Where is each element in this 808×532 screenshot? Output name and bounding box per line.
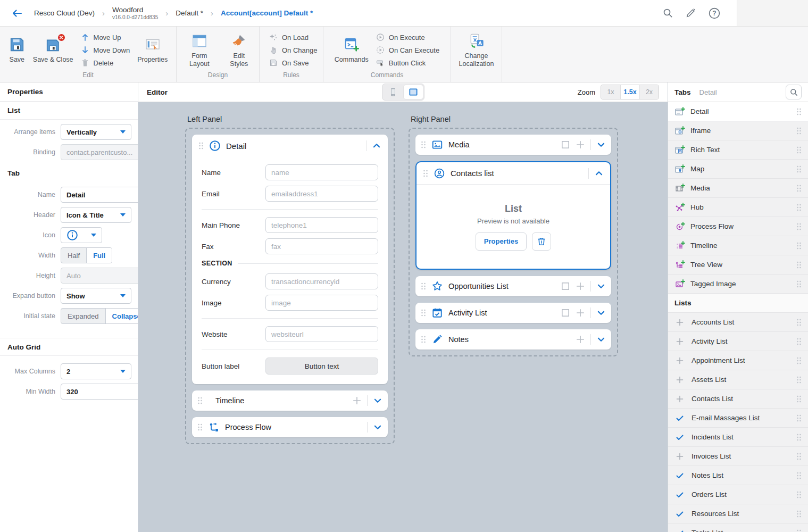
on-save-button[interactable]: On Save bbox=[269, 59, 318, 67]
commands-button[interactable]: Commands bbox=[335, 36, 369, 64]
tab-item-tagged-image[interactable]: Tagged Image bbox=[668, 275, 808, 294]
field-input[interactable] bbox=[265, 217, 378, 233]
drag-handle-icon[interactable] bbox=[796, 471, 802, 480]
plus-icon[interactable] bbox=[576, 140, 585, 149]
width-half-option[interactable]: Half bbox=[61, 248, 86, 263]
on-load-button[interactable]: On Load bbox=[269, 33, 318, 41]
zoom-1-5x-button[interactable]: 1.5x bbox=[620, 85, 639, 99]
on-change-button[interactable]: On Change bbox=[269, 46, 318, 54]
drag-handle-icon[interactable] bbox=[796, 242, 802, 250]
list-item-assets-list[interactable]: Assets List bbox=[668, 370, 808, 389]
drag-handle-icon[interactable] bbox=[796, 280, 802, 288]
detail-card-header[interactable]: Detail bbox=[192, 135, 388, 157]
tab-item-iframe[interactable]: Iframe bbox=[668, 121, 808, 140]
name-field[interactable] bbox=[61, 187, 138, 203]
drag-handle-icon[interactable] bbox=[796, 337, 802, 346]
chevron-down-icon[interactable] bbox=[596, 335, 606, 344]
list-item-tasks-list[interactable]: Tasks List bbox=[668, 523, 808, 532]
process-flow-bar[interactable]: Process Flow bbox=[192, 417, 388, 437]
list-item-incidents-list[interactable]: Incidents List bbox=[668, 428, 808, 447]
list-properties-button[interactable]: Properties bbox=[476, 232, 527, 251]
field-input[interactable] bbox=[265, 273, 378, 289]
contacts-list-card[interactable]: Contacts list List Preview is not availa… bbox=[415, 161, 611, 270]
tabs-search-button[interactable] bbox=[786, 85, 802, 99]
plus-icon[interactable] bbox=[576, 281, 585, 291]
chevron-down-icon[interactable] bbox=[373, 396, 382, 405]
tab-item-hub[interactable]: Hub bbox=[668, 198, 808, 217]
change-localization-button[interactable]: Change Localization bbox=[456, 32, 496, 68]
drag-handle-icon[interactable] bbox=[796, 529, 802, 532]
search-icon[interactable] bbox=[662, 7, 673, 19]
drag-handle-icon[interactable] bbox=[421, 282, 426, 290]
plus-icon[interactable] bbox=[576, 308, 585, 318]
button-click-button[interactable]: Button Click bbox=[376, 59, 439, 67]
drag-handle-icon[interactable] bbox=[796, 491, 802, 499]
breadcrumb-org[interactable]: Resco Cloud (Dev) bbox=[34, 9, 95, 17]
left-panel-dropzone[interactable]: Detail NameEmailMain PhoneFaxSECTIONCurr… bbox=[185, 128, 395, 444]
detail-tab-card[interactable]: Detail NameEmailMain PhoneFaxSECTIONCurr… bbox=[192, 135, 388, 384]
min-width-field[interactable] bbox=[61, 384, 138, 400]
zoom-2x-button[interactable]: 2x bbox=[639, 85, 659, 99]
initial-collapsed-option[interactable]: Collapsed bbox=[105, 309, 138, 323]
drag-handle-icon[interactable] bbox=[197, 396, 203, 405]
checkbox-square-icon[interactable] bbox=[561, 140, 570, 149]
list-item-invoices-list[interactable]: Invoices List bbox=[668, 447, 808, 466]
plus-icon[interactable] bbox=[352, 396, 362, 405]
properties-button[interactable]: Properties bbox=[137, 36, 168, 64]
drag-handle-icon[interactable] bbox=[197, 423, 203, 431]
width-full-option[interactable]: Full bbox=[86, 248, 112, 263]
edit-pencil-icon[interactable] bbox=[685, 7, 696, 19]
tab-item-map[interactable]: Map bbox=[668, 160, 808, 179]
chevron-down-icon[interactable] bbox=[596, 281, 606, 291]
move-up-button[interactable]: Move Up bbox=[81, 33, 130, 41]
help-icon[interactable]: ? bbox=[708, 7, 721, 20]
save-button[interactable]: Save bbox=[9, 36, 26, 64]
chevron-down-icon[interactable] bbox=[596, 140, 606, 149]
drag-handle-icon[interactable] bbox=[796, 165, 802, 173]
expand-button-select[interactable]: Show bbox=[61, 288, 131, 304]
save-close-button[interactable]: ✕ Save & Close bbox=[33, 36, 73, 64]
list-item-orders-list[interactable]: Orders List bbox=[668, 485, 808, 504]
icon-select[interactable] bbox=[61, 227, 102, 243]
field-input[interactable] bbox=[265, 326, 378, 342]
list-item-contacts-list[interactable]: Contacts List bbox=[668, 389, 808, 409]
chevron-down-icon[interactable] bbox=[373, 422, 382, 432]
move-down-button[interactable]: Move Down bbox=[81, 46, 130, 54]
drag-handle-icon[interactable] bbox=[796, 356, 802, 365]
tab-item-media[interactable]: Media bbox=[668, 179, 808, 198]
list-item-activity-list[interactable]: Activity List bbox=[668, 332, 808, 351]
form-layout-button[interactable]: Form Layout bbox=[182, 32, 217, 68]
list-item-appointment-list[interactable]: Appointment List bbox=[668, 351, 808, 370]
tablet-view-button[interactable] bbox=[404, 85, 423, 99]
tab-item-process-flow[interactable]: Process Flow bbox=[668, 217, 808, 236]
right-panel-dropzone[interactable]: Media Contacts list bbox=[409, 128, 618, 356]
drag-handle-icon[interactable] bbox=[796, 222, 802, 231]
list-item-notes-list[interactable]: Notes List bbox=[668, 466, 808, 485]
media-bar[interactable]: Media bbox=[415, 135, 611, 155]
back-button[interactable] bbox=[0, 7, 34, 20]
drag-handle-icon[interactable] bbox=[421, 335, 426, 344]
on-execute-button[interactable]: On Execute bbox=[376, 33, 439, 41]
drag-handle-icon[interactable] bbox=[796, 376, 802, 384]
on-can-execute-button[interactable]: On Can Execute bbox=[376, 46, 439, 54]
list-item-resources-list[interactable]: Resources List bbox=[668, 504, 808, 523]
drag-handle-icon[interactable] bbox=[796, 127, 802, 135]
plus-icon[interactable] bbox=[576, 335, 585, 344]
breadcrumb-project[interactable]: Woodford v16.0.0-d271dd835 bbox=[112, 6, 158, 20]
drag-handle-icon[interactable] bbox=[421, 309, 426, 317]
checkbox-square-icon[interactable] bbox=[561, 308, 570, 318]
delete-list-button[interactable] bbox=[532, 232, 551, 251]
delete-button[interactable]: Delete bbox=[81, 59, 130, 67]
drag-handle-icon[interactable] bbox=[796, 433, 802, 442]
field-input[interactable] bbox=[265, 238, 378, 254]
tab-item-tree-view[interactable]: Tree View bbox=[668, 255, 808, 275]
tab-item-rich-text[interactable]: BRich Text bbox=[668, 140, 808, 160]
drag-handle-icon[interactable] bbox=[796, 184, 802, 193]
drag-handle-icon[interactable] bbox=[796, 107, 802, 116]
field-input[interactable] bbox=[265, 186, 378, 202]
contacts-list-header[interactable]: Contacts list bbox=[417, 162, 610, 185]
opportunities-list-bar[interactable]: Opportunities List bbox=[415, 276, 611, 296]
breadcrumb-view[interactable]: Default * bbox=[176, 9, 203, 17]
drag-handle-icon[interactable] bbox=[796, 203, 802, 212]
drag-handle-icon[interactable] bbox=[796, 414, 802, 422]
